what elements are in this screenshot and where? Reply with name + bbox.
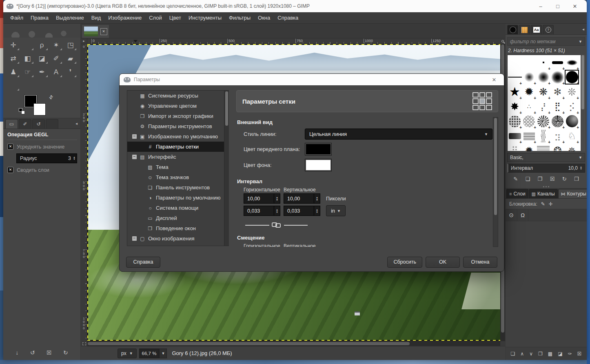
chain-link-widget[interactable] bbox=[245, 222, 308, 228]
brush-item[interactable] bbox=[522, 55, 536, 70]
brush-item[interactable] bbox=[508, 55, 522, 70]
stroke-path-button[interactable]: ✑ bbox=[568, 351, 572, 357]
spinner-buttons[interactable]: ▲▼ bbox=[314, 194, 320, 203]
menu-item[interactable]: Инструменты bbox=[185, 13, 225, 22]
menu-item[interactable]: Выделение bbox=[52, 13, 88, 22]
ok-button[interactable]: OK bbox=[426, 257, 460, 268]
dock-splitter[interactable] bbox=[506, 185, 587, 188]
menu-item[interactable]: Слой bbox=[145, 13, 166, 22]
image-tab-close-icon[interactable]: ✕ bbox=[100, 28, 107, 35]
background-color-swatch[interactable] bbox=[33, 103, 46, 115]
horizontal-ruler[interactable]: 025050075010001250 bbox=[87, 38, 500, 44]
path-thumbnail-icon[interactable]: Ω bbox=[517, 209, 528, 221]
chain-icon[interactable] bbox=[272, 222, 282, 228]
delete-tool-preset-button[interactable]: ☒ bbox=[47, 349, 52, 356]
brush-item[interactable] bbox=[522, 143, 536, 151]
brush-item[interactable] bbox=[550, 129, 565, 143]
undo-history-tab[interactable]: ↺ bbox=[32, 119, 45, 129]
spinner-buttons[interactable]: ▲▼ bbox=[274, 194, 280, 203]
paintbrush-tool[interactable]: ✐ bbox=[49, 52, 63, 65]
menu-item[interactable]: Вид bbox=[88, 13, 105, 22]
zoom-level-value[interactable]: 66,7 % bbox=[139, 348, 160, 358]
prefs-item-interface[interactable]: − ▤ Интерфейс bbox=[127, 152, 228, 162]
reset-button[interactable]: Сбросить bbox=[387, 257, 422, 268]
brush-item[interactable] bbox=[536, 55, 550, 70]
unit-dropdown[interactable]: px ▼ bbox=[118, 348, 137, 358]
brush-item[interactable] bbox=[536, 143, 550, 151]
smudge-tool[interactable]: ☞ bbox=[20, 66, 35, 78]
raise-path-button[interactable]: ∧ bbox=[520, 351, 524, 357]
vertical-ruler[interactable]: 02505007501000 bbox=[81, 44, 87, 341]
rectangle-select-tool[interactable] bbox=[20, 39, 35, 51]
path-to-selection-button[interactable]: ▩ bbox=[548, 351, 552, 357]
flatten-checkbox[interactable]: ✕ bbox=[7, 167, 13, 173]
help-button[interactable]: Справка bbox=[126, 257, 160, 268]
visibility-eye-icon[interactable]: ⊙ bbox=[506, 209, 517, 221]
prefs-item-default-grid[interactable]: # Параметры сетки bbox=[127, 142, 228, 152]
restore-tool-preset-button[interactable]: ↺ bbox=[30, 349, 35, 356]
brush-item[interactable] bbox=[550, 114, 565, 129]
prefs-item-help-system[interactable]: ○ Система помощи bbox=[127, 203, 228, 213]
tab-help[interactable]: ? bbox=[543, 25, 554, 34]
tab-channels[interactable]: ▥ Каналы bbox=[529, 189, 558, 198]
new-path-button[interactable]: ❏ bbox=[511, 351, 515, 357]
prefs-item-window-management[interactable]: ❒ Поведение окон bbox=[127, 223, 228, 233]
save-tool-preset-button[interactable]: ↓ bbox=[16, 349, 18, 356]
minimize-button[interactable]: – bbox=[532, 3, 549, 9]
bucket-fill-tool[interactable]: ◪ bbox=[35, 52, 49, 65]
free-select-tool[interactable]: ρ bbox=[35, 39, 49, 51]
prefs-item-image-import-export[interactable]: ❐ Импорт и экспорт графики bbox=[127, 111, 228, 121]
brush-item[interactable] bbox=[522, 99, 536, 114]
crop-tool[interactable]: ◳ bbox=[63, 39, 78, 51]
prefs-item-toolbox[interactable]: ❏ Панель инструментов bbox=[127, 182, 228, 193]
prefs-item-dialog-defaults[interactable]: ◑ Параметры по умолчанию bbox=[127, 193, 228, 203]
menu-item[interactable]: Окна bbox=[254, 13, 274, 22]
brush-item[interactable] bbox=[522, 114, 536, 129]
quick-mask-button[interactable] bbox=[81, 341, 87, 346]
brush-item[interactable] bbox=[508, 70, 522, 84]
fuzzy-select-tool[interactable]: ✶ bbox=[49, 39, 63, 51]
tab-layers[interactable]: ≡ Слои bbox=[506, 189, 528, 198]
brush-item[interactable] bbox=[508, 99, 522, 114]
expander-icon[interactable]: − bbox=[132, 134, 137, 139]
brush-item[interactable] bbox=[565, 129, 579, 143]
prefs-content-scrollbar[interactable] bbox=[493, 117, 498, 247]
image-tab[interactable]: ✕ bbox=[82, 24, 109, 38]
brush-item[interactable] bbox=[565, 99, 579, 114]
prefs-item-default-image[interactable]: − ▣ Изображение по умолчанию bbox=[127, 131, 228, 142]
line-style-dropdown[interactable]: Цельная линия ▼ bbox=[305, 129, 492, 140]
horizontal-scrollbar-thumb[interactable] bbox=[88, 342, 410, 345]
path-list-item[interactable]: ⊙ Ω bbox=[506, 209, 587, 221]
selection-to-path-button[interactable]: ◪ bbox=[558, 351, 562, 357]
dialog-titlebar[interactable]: Параметры ✕ bbox=[120, 74, 504, 85]
paths-tool[interactable]: ✒ bbox=[35, 66, 49, 78]
grid-fg-color-button[interactable] bbox=[305, 143, 332, 155]
brush-item[interactable] bbox=[508, 129, 522, 143]
lock-content-icon[interactable]: ✎ bbox=[541, 201, 545, 207]
tab-patterns[interactable] bbox=[519, 25, 530, 34]
color-picker-tool[interactable]: ❜ bbox=[63, 66, 78, 78]
lock-position-icon[interactable]: ✛ bbox=[549, 201, 553, 207]
zoom-tool[interactable] bbox=[6, 79, 20, 92]
horizontal-scrollbar[interactable] bbox=[87, 341, 500, 346]
delete-path-button[interactable]: ☒ bbox=[577, 351, 582, 357]
cancel-button[interactable]: Отмена bbox=[463, 257, 497, 268]
brush-item[interactable] bbox=[536, 84, 550, 99]
clone-tool[interactable]: ♟ bbox=[6, 66, 20, 78]
radius-spinner[interactable]: ▲▼ bbox=[73, 156, 75, 160]
edit-brush-button[interactable]: ✎ bbox=[513, 176, 518, 182]
dialog-close-icon[interactable]: ✕ bbox=[488, 77, 500, 83]
ruler-origin-button[interactable]: ▸ bbox=[81, 38, 87, 44]
expander-icon[interactable]: − bbox=[132, 155, 137, 159]
swap-colors-icon[interactable]: ⇄ bbox=[48, 93, 55, 100]
unit-dropdown[interactable]: in ▼ bbox=[326, 205, 346, 216]
brush-grid-scrollbar[interactable] bbox=[581, 55, 585, 151]
default-colors-icon[interactable] bbox=[19, 108, 25, 115]
new-brush-button[interactable]: ❏ bbox=[526, 176, 530, 182]
brush-item[interactable] bbox=[536, 70, 550, 84]
text-tool[interactable]: A bbox=[49, 66, 63, 78]
prefs-item-theme[interactable]: ▨ Тема bbox=[127, 162, 228, 172]
refresh-brushes-button[interactable]: ↻ bbox=[562, 176, 567, 182]
menu-item[interactable]: Справка bbox=[274, 13, 302, 22]
brush-item[interactable] bbox=[550, 70, 565, 84]
